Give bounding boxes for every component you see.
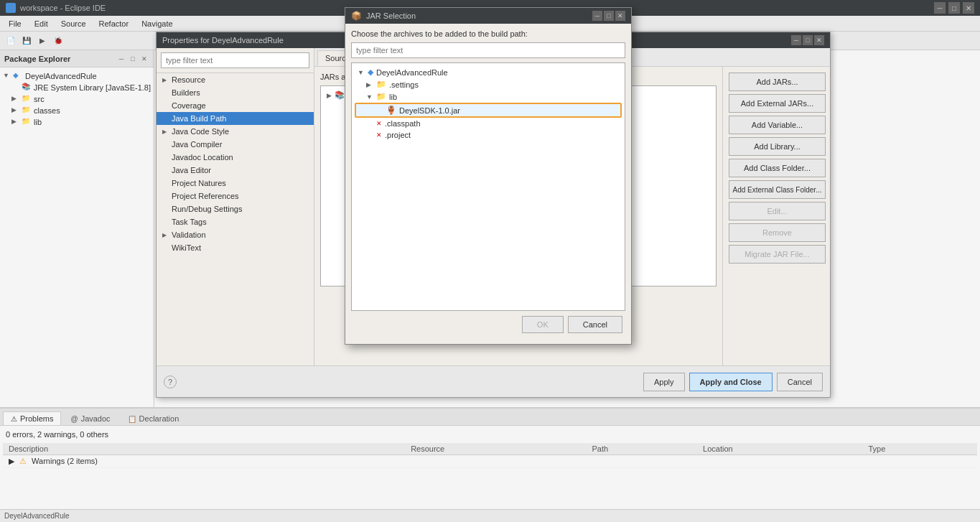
expand-icon: ▶ bbox=[11, 95, 20, 103]
migrate-jar-button[interactable]: Migrate JAR File... bbox=[729, 245, 826, 264]
tree-src-label: src bbox=[34, 95, 45, 103]
jar-tree-deyelsdk[interactable]: 🏺 DeyelSDK-1.0.jar bbox=[355, 103, 622, 118]
title-bar-controls: ─ □ ✕ bbox=[934, 2, 974, 14]
toolbar-save[interactable]: 💾 bbox=[19, 33, 34, 49]
props-tree-java-build-path[interactable]: Java Build Path bbox=[157, 112, 314, 125]
menu-file[interactable]: File bbox=[3, 18, 27, 29]
tree-item-project[interactable]: ▼ ◆ DeyelAdvancedRule bbox=[0, 70, 154, 82]
jar-footer: OK Cancel bbox=[351, 311, 625, 338]
add-external-class-folder-button[interactable]: Add External Class Folder... bbox=[729, 180, 826, 199]
tree-item-classes[interactable]: ▶ 📁 classes bbox=[0, 105, 154, 116]
panel-minimize[interactable]: ─ bbox=[116, 54, 126, 64]
props-tree-project-references[interactable]: Project References bbox=[157, 190, 314, 202]
props-tree-java-editor[interactable]: Java Editor bbox=[157, 164, 314, 177]
toolbar-debug[interactable]: 🐞 bbox=[50, 33, 66, 49]
problems-table: Description Resource Path Location Type … bbox=[3, 443, 977, 468]
jar-ok-button[interactable]: OK bbox=[522, 316, 564, 333]
add-external-jars-button[interactable]: Add External JARs... bbox=[729, 94, 826, 113]
panel-close[interactable]: ✕ bbox=[139, 54, 149, 64]
add-jars-button[interactable]: Add JARs... bbox=[729, 73, 826, 91]
ide-title: workspace - Eclipse IDE bbox=[20, 4, 106, 12]
props-tree-java-compiler[interactable]: Java Compiler bbox=[157, 138, 314, 151]
declaration-icon: 📋 bbox=[128, 415, 136, 423]
properties-maximize[interactable]: □ bbox=[803, 35, 813, 45]
panel-maximize[interactable]: □ bbox=[128, 54, 138, 64]
jar-tree-classpath[interactable]: ✕ .classpath bbox=[355, 118, 622, 129]
menu-refactor[interactable]: Refactor bbox=[93, 18, 135, 29]
jar-maximize[interactable]: □ bbox=[604, 11, 614, 21]
props-tree-resource[interactable]: ▶Resource bbox=[157, 73, 314, 86]
jar-tree: ▼ ◆ DeyelAdvancedRule ▶ 📁 .settings ▼ 📁 … bbox=[351, 62, 625, 311]
edit-button[interactable]: Edit... bbox=[729, 202, 826, 220]
javadoc-icon: @ bbox=[70, 415, 78, 423]
project-icon: ◆ bbox=[13, 71, 23, 81]
row-location bbox=[697, 455, 862, 468]
cancel-button[interactable]: Cancel bbox=[777, 373, 823, 391]
props-tree-run-debug[interactable]: Run/Debug Settings bbox=[157, 202, 314, 215]
jar-instruction: Choose the archives to be added to the b… bbox=[351, 29, 625, 38]
row-resource bbox=[405, 455, 586, 468]
help-icon[interactable]: ? bbox=[164, 376, 177, 388]
expand-icon[interactable]: ▶ bbox=[9, 457, 14, 465]
remove-button[interactable]: Remove bbox=[729, 223, 826, 242]
status-text: DeyelAdvancedRule bbox=[4, 512, 70, 520]
props-filter-input[interactable] bbox=[161, 52, 309, 68]
col-location: Location bbox=[697, 443, 862, 455]
props-tree-javadoc[interactable]: Javadoc Location bbox=[157, 151, 314, 164]
problems-icon: ⚠ bbox=[11, 415, 17, 423]
folder-icon: 📁 bbox=[22, 117, 32, 127]
props-tree-java-code-style[interactable]: ▶Java Code Style bbox=[157, 125, 314, 138]
tree-jre-label: JRE System Library [JavaSE-1.8] bbox=[34, 83, 151, 92]
toolbar-run[interactable]: ▶ bbox=[34, 33, 50, 49]
toolbar-new[interactable]: 📄 bbox=[3, 33, 19, 49]
expand-icon: ▶ bbox=[162, 77, 169, 83]
menu-navigate[interactable]: Navigate bbox=[136, 18, 178, 29]
tab-declaration[interactable]: 📋Declaration bbox=[120, 411, 187, 425]
add-class-folder-button[interactable]: Add Class Folder... bbox=[729, 159, 826, 177]
maximize-button[interactable]: □ bbox=[948, 2, 960, 14]
properties-close[interactable]: ✕ bbox=[814, 35, 824, 45]
jar-filter-input[interactable] bbox=[351, 42, 625, 58]
table-row: ▶ ⚠ Warnings (2 items) bbox=[3, 455, 977, 468]
props-tree-coverage[interactable]: Coverage bbox=[157, 99, 314, 112]
tree-item-jre[interactable]: 📚 JRE System Library [JavaSE-1.8] bbox=[0, 82, 154, 93]
jar-tree-settings[interactable]: ▶ 📁 .settings bbox=[355, 78, 622, 90]
props-tree-project-natures[interactable]: Project Natures bbox=[157, 177, 314, 190]
tab-problems[interactable]: ⚠Problems bbox=[3, 411, 61, 425]
apply-and-close-button[interactable]: Apply and Close bbox=[689, 373, 773, 391]
tree-item-lib[interactable]: ▶ 📁 lib bbox=[0, 116, 154, 128]
add-library-button[interactable]: Add Library... bbox=[729, 137, 826, 156]
close-button[interactable]: ✕ bbox=[963, 2, 974, 14]
folder-icon: 📁 bbox=[22, 94, 32, 104]
jar-title-left: 📦 JAR Selection bbox=[351, 11, 416, 21]
props-tree-validation[interactable]: ▶Validation bbox=[157, 228, 314, 241]
jar-cancel-button[interactable]: Cancel bbox=[568, 316, 622, 333]
xml-icon: ✕ bbox=[376, 120, 382, 127]
jar-close[interactable]: ✕ bbox=[615, 11, 625, 21]
jar-tree-project-file[interactable]: ✕ .project bbox=[355, 129, 622, 141]
tab-javadoc[interactable]: @Javadoc bbox=[62, 411, 118, 425]
properties-minimize[interactable]: ─ bbox=[791, 35, 801, 45]
add-variable-button[interactable]: Add Variable... bbox=[729, 116, 826, 134]
tree-item-src[interactable]: ▶ 📁 src bbox=[0, 93, 154, 105]
properties-tree: ▶Resource Builders Coverage Java Build P… bbox=[157, 73, 314, 365]
apply-button[interactable]: Apply bbox=[643, 373, 685, 391]
props-tree-wikitext[interactable]: WikiText bbox=[157, 241, 314, 254]
col-type: Type bbox=[862, 443, 977, 455]
properties-title: Properties for DeyelAdvancedRule bbox=[162, 36, 284, 45]
props-tree-builders[interactable]: Builders bbox=[157, 86, 314, 99]
title-bar-left: workspace - Eclipse IDE bbox=[6, 3, 106, 13]
props-tree-task-tags[interactable]: Task Tags bbox=[157, 215, 314, 228]
properties-buttons: Add JARs... Add External JARs... Add Var… bbox=[722, 67, 830, 365]
bottom-panel: ⚠Problems @Javadoc 📋Declaration 0 errors… bbox=[0, 407, 980, 522]
properties-footer: ? Apply Apply and Close Cancel bbox=[157, 365, 830, 397]
jar-lib-label: lib bbox=[389, 93, 397, 101]
jar-tree-lib[interactable]: ▼ 📁 lib bbox=[355, 90, 622, 103]
jar-minimize[interactable]: ─ bbox=[592, 11, 602, 21]
folder-icon: 📁 bbox=[376, 92, 386, 101]
jar-tree-project[interactable]: ▼ ◆ DeyelAdvancedRule bbox=[355, 66, 622, 78]
minimize-button[interactable]: ─ bbox=[934, 2, 946, 14]
menu-edit[interactable]: Edit bbox=[29, 18, 54, 29]
menu-source[interactable]: Source bbox=[55, 18, 92, 29]
jar-deyelsdk-label: DeyelSDK-1.0.jar bbox=[399, 106, 460, 115]
